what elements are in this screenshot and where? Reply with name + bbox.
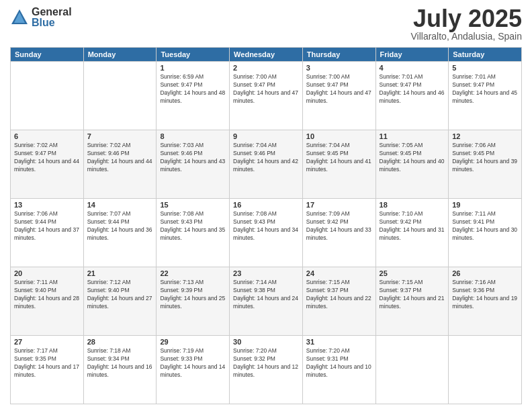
sunset-text: Sunset: 9:38 PM bbox=[233, 287, 275, 293]
sunrise-text: Sunrise: 7:01 AM bbox=[452, 73, 496, 80]
day-number: 14 bbox=[87, 201, 153, 209]
table-cell: 28 Sunrise: 7:18 AM Sunset: 9:34 PM Dayl… bbox=[83, 336, 157, 404]
table-cell bbox=[449, 336, 522, 404]
logo-general-text: General bbox=[32, 7, 72, 17]
sunrise-text: Sunrise: 7:05 AM bbox=[380, 142, 423, 148]
sunset-text: Sunset: 9:47 PM bbox=[306, 81, 349, 88]
daylight-text: Daylight: 14 hours and 10 minutes. bbox=[306, 363, 371, 378]
day-info: Sunrise: 7:06 AM Sunset: 9:44 PM Dayligh… bbox=[14, 210, 80, 242]
table-cell: 17 Sunrise: 7:09 AM Sunset: 9:42 PM Dayl… bbox=[302, 199, 375, 267]
daylight-text: Daylight: 14 hours and 39 minutes. bbox=[452, 158, 517, 173]
sunrise-text: Sunrise: 7:20 AM bbox=[233, 347, 277, 354]
col-monday: Monday bbox=[83, 48, 157, 62]
day-number: 20 bbox=[14, 269, 80, 277]
day-number: 15 bbox=[160, 201, 226, 209]
day-info: Sunrise: 7:04 AM Sunset: 9:46 PM Dayligh… bbox=[233, 142, 299, 174]
sunrise-text: Sunrise: 7:12 AM bbox=[87, 279, 131, 285]
sunset-text: Sunset: 9:40 PM bbox=[14, 287, 56, 293]
day-info: Sunrise: 7:19 AM Sunset: 9:33 PM Dayligh… bbox=[160, 347, 226, 379]
sunrise-text: Sunrise: 7:06 AM bbox=[14, 210, 58, 217]
day-info: Sunrise: 7:16 AM Sunset: 9:36 PM Dayligh… bbox=[452, 279, 518, 311]
daylight-text: Daylight: 14 hours and 24 minutes. bbox=[233, 295, 298, 310]
daylight-text: Daylight: 14 hours and 44 minutes. bbox=[14, 158, 79, 173]
table-cell: 27 Sunrise: 7:17 AM Sunset: 9:35 PM Dayl… bbox=[11, 336, 84, 404]
col-friday: Friday bbox=[375, 48, 449, 62]
day-number: 13 bbox=[14, 201, 80, 209]
week-row-4: 27 Sunrise: 7:17 AM Sunset: 9:35 PM Dayl… bbox=[11, 336, 522, 404]
day-info: Sunrise: 7:12 AM Sunset: 9:40 PM Dayligh… bbox=[87, 279, 153, 311]
day-number: 17 bbox=[306, 201, 372, 209]
day-number: 11 bbox=[380, 132, 445, 140]
daylight-text: Daylight: 14 hours and 35 minutes. bbox=[160, 226, 225, 241]
table-cell: 1 Sunrise: 6:59 AM Sunset: 9:47 PM Dayli… bbox=[157, 62, 230, 130]
day-number: 24 bbox=[306, 269, 372, 277]
day-info: Sunrise: 7:02 AM Sunset: 9:46 PM Dayligh… bbox=[87, 142, 153, 174]
table-cell: 24 Sunrise: 7:15 AM Sunset: 9:37 PM Dayl… bbox=[302, 267, 375, 336]
table-cell bbox=[11, 62, 84, 130]
daylight-text: Daylight: 14 hours and 41 minutes. bbox=[306, 158, 371, 173]
day-number: 27 bbox=[14, 338, 80, 346]
header: General Blue July 2025 Villaralto, Andal… bbox=[10, 7, 522, 42]
sunset-text: Sunset: 9:47 PM bbox=[452, 81, 494, 88]
daylight-text: Daylight: 14 hours and 43 minutes. bbox=[160, 158, 225, 173]
table-cell: 4 Sunrise: 7:01 AM Sunset: 9:47 PM Dayli… bbox=[375, 62, 449, 130]
sunset-text: Sunset: 9:47 PM bbox=[14, 150, 56, 156]
table-cell: 12 Sunrise: 7:06 AM Sunset: 9:45 PM Dayl… bbox=[449, 130, 522, 199]
day-number: 3 bbox=[306, 64, 372, 72]
sunset-text: Sunset: 9:45 PM bbox=[452, 150, 494, 156]
sunset-text: Sunset: 9:45 PM bbox=[306, 150, 349, 156]
sunset-text: Sunset: 9:31 PM bbox=[306, 355, 349, 362]
col-wednesday: Wednesday bbox=[230, 48, 303, 62]
sunset-text: Sunset: 9:37 PM bbox=[306, 287, 349, 293]
day-info: Sunrise: 7:11 AM Sunset: 9:40 PM Dayligh… bbox=[14, 279, 80, 311]
day-number: 21 bbox=[87, 269, 153, 277]
week-row-3: 20 Sunrise: 7:11 AM Sunset: 9:40 PM Dayl… bbox=[11, 267, 522, 336]
calendar-header-row: Sunday Monday Tuesday Wednesday Thursday… bbox=[11, 48, 522, 62]
daylight-text: Daylight: 14 hours and 33 minutes. bbox=[306, 226, 371, 241]
sunset-text: Sunset: 9:39 PM bbox=[160, 287, 202, 293]
table-cell: 23 Sunrise: 7:14 AM Sunset: 9:38 PM Dayl… bbox=[230, 267, 303, 336]
sunrise-text: Sunrise: 7:00 AM bbox=[233, 73, 277, 80]
col-sunday: Sunday bbox=[11, 48, 84, 62]
day-number: 26 bbox=[452, 269, 518, 277]
sunrise-text: Sunrise: 7:07 AM bbox=[87, 210, 131, 217]
day-info: Sunrise: 7:00 AM Sunset: 9:47 PM Dayligh… bbox=[306, 73, 372, 105]
daylight-text: Daylight: 14 hours and 12 minutes. bbox=[233, 363, 298, 378]
sunrise-text: Sunrise: 7:04 AM bbox=[306, 142, 350, 148]
sunrise-text: Sunrise: 7:14 AM bbox=[233, 279, 277, 285]
daylight-text: Daylight: 14 hours and 30 minutes. bbox=[452, 226, 517, 241]
day-number: 10 bbox=[306, 132, 372, 140]
table-cell: 14 Sunrise: 7:07 AM Sunset: 9:44 PM Dayl… bbox=[83, 199, 157, 267]
subtitle: Villaralto, Andalusia, Spain bbox=[410, 31, 522, 42]
day-info: Sunrise: 7:15 AM Sunset: 9:37 PM Dayligh… bbox=[306, 279, 372, 311]
daylight-text: Daylight: 14 hours and 22 minutes. bbox=[306, 295, 371, 310]
daylight-text: Daylight: 14 hours and 21 minutes. bbox=[380, 295, 445, 310]
day-info: Sunrise: 7:00 AM Sunset: 9:47 PM Dayligh… bbox=[233, 73, 299, 105]
table-cell: 31 Sunrise: 7:20 AM Sunset: 9:31 PM Dayl… bbox=[302, 336, 375, 404]
sunrise-text: Sunrise: 7:01 AM bbox=[380, 73, 423, 80]
daylight-text: Daylight: 14 hours and 46 minutes. bbox=[380, 89, 445, 104]
table-cell: 7 Sunrise: 7:02 AM Sunset: 9:46 PM Dayli… bbox=[83, 130, 157, 199]
day-info: Sunrise: 7:01 AM Sunset: 9:47 PM Dayligh… bbox=[380, 73, 445, 105]
day-number: 18 bbox=[380, 201, 445, 209]
sunrise-text: Sunrise: 7:00 AM bbox=[306, 73, 350, 80]
sunrise-text: Sunrise: 7:20 AM bbox=[306, 347, 350, 354]
day-info: Sunrise: 7:08 AM Sunset: 9:43 PM Dayligh… bbox=[233, 210, 299, 242]
day-info: Sunrise: 6:59 AM Sunset: 9:47 PM Dayligh… bbox=[160, 73, 226, 105]
logo-text: General Blue bbox=[32, 7, 72, 28]
day-number: 9 bbox=[233, 132, 299, 140]
daylight-text: Daylight: 14 hours and 42 minutes. bbox=[233, 158, 298, 173]
title-block: July 2025 Villaralto, Andalusia, Spain bbox=[410, 7, 522, 42]
sunset-text: Sunset: 9:36 PM bbox=[452, 287, 494, 293]
sunrise-text: Sunrise: 7:02 AM bbox=[14, 142, 58, 148]
day-info: Sunrise: 7:20 AM Sunset: 9:31 PM Dayligh… bbox=[306, 347, 372, 379]
day-info: Sunrise: 7:15 AM Sunset: 9:37 PM Dayligh… bbox=[380, 279, 445, 311]
table-cell: 29 Sunrise: 7:19 AM Sunset: 9:33 PM Dayl… bbox=[157, 336, 230, 404]
daylight-text: Daylight: 14 hours and 45 minutes. bbox=[452, 89, 517, 104]
sunset-text: Sunset: 9:46 PM bbox=[233, 150, 275, 156]
table-cell bbox=[375, 336, 449, 404]
table-cell: 20 Sunrise: 7:11 AM Sunset: 9:40 PM Dayl… bbox=[11, 267, 84, 336]
day-info: Sunrise: 7:01 AM Sunset: 9:47 PM Dayligh… bbox=[452, 73, 518, 105]
day-number: 5 bbox=[452, 64, 518, 72]
table-cell: 3 Sunrise: 7:00 AM Sunset: 9:47 PM Dayli… bbox=[302, 62, 375, 130]
